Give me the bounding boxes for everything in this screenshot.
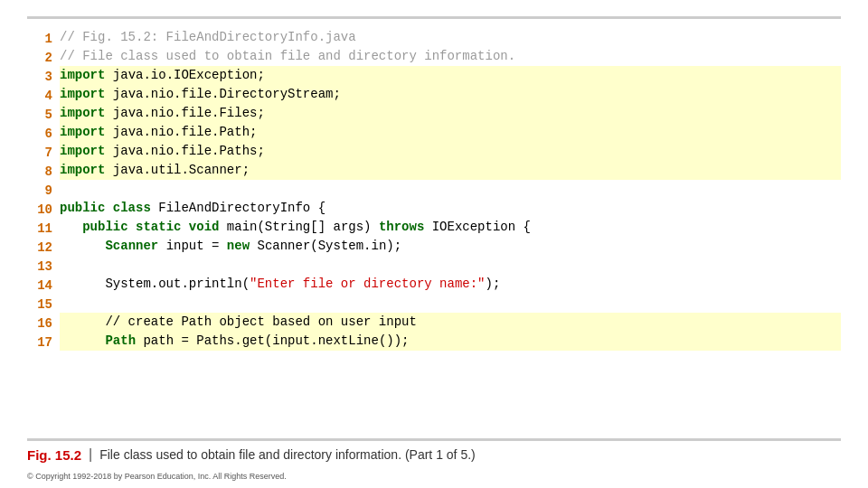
line-num: 5	[45, 106, 52, 125]
line-num: 4	[45, 87, 52, 106]
line-num: 15	[37, 296, 52, 314]
line-num: 6	[45, 125, 52, 144]
code-line: // File class used to obtain file and di…	[60, 47, 841, 66]
line-num: 17	[37, 333, 52, 352]
code-area: 1234567891011121314151617 // Fig. 15.2: …	[0, 19, 868, 433]
code-line: Path path = Paths.get(input.nextLine());	[60, 332, 841, 351]
code-line: // create Path object based on user inpu…	[60, 313, 841, 332]
line-num: 13	[37, 258, 52, 277]
code-lines: // Fig. 15.2: FileAndDirectoryInfo.java/…	[60, 28, 841, 433]
caption-text: File class used to obtain file and direc…	[99, 447, 476, 462]
code-line: Scanner input = new Scanner(System.in);	[60, 237, 841, 256]
code-line: public class FileAndDirectoryInfo {	[60, 199, 841, 218]
line-num: 2	[45, 49, 52, 68]
code-line: import java.nio.file.Files;	[60, 104, 841, 123]
code-line: // Fig. 15.2: FileAndDirectoryInfo.java	[60, 28, 841, 47]
code-line: System.out.println("Enter file or direct…	[60, 275, 841, 294]
line-num: 9	[45, 182, 52, 201]
code-line: import java.util.Scanner;	[60, 161, 841, 180]
copyright-text: © Copyright 1992-2018 by Pearson Educati…	[27, 472, 287, 481]
code-line: import java.nio.file.DirectoryStream;	[60, 85, 841, 104]
code-line: public static void main(String[] args) t…	[60, 218, 841, 237]
line-numbers: 1234567891011121314151617	[27, 28, 60, 433]
code-line: import java.nio.file.Path;	[60, 123, 841, 142]
code-line: import java.nio.file.Paths;	[60, 142, 841, 161]
caption-fig: Fig. 15.2	[27, 447, 81, 463]
line-num: 10	[37, 201, 52, 220]
line-num: 12	[37, 239, 52, 258]
code-line	[60, 180, 841, 199]
line-num: 14	[37, 277, 52, 296]
line-num: 3	[45, 68, 52, 87]
line-num: 1	[45, 30, 52, 49]
copyright-area: © Copyright 1992-2018 by Pearson Educati…	[0, 463, 868, 488]
line-num: 16	[37, 314, 52, 333]
code-line	[60, 256, 841, 275]
code-line: import java.io.IOException;	[60, 66, 841, 85]
line-num: 8	[45, 163, 52, 182]
line-num: 7	[45, 144, 52, 163]
caption-area: Fig. 15.2 | File class used to obtain fi…	[0, 441, 868, 463]
caption-divider: |	[89, 446, 92, 463]
code-line	[60, 294, 841, 313]
line-num: 11	[37, 220, 52, 239]
page-container: 1234567891011121314151617 // Fig. 15.2: …	[0, 0, 868, 488]
